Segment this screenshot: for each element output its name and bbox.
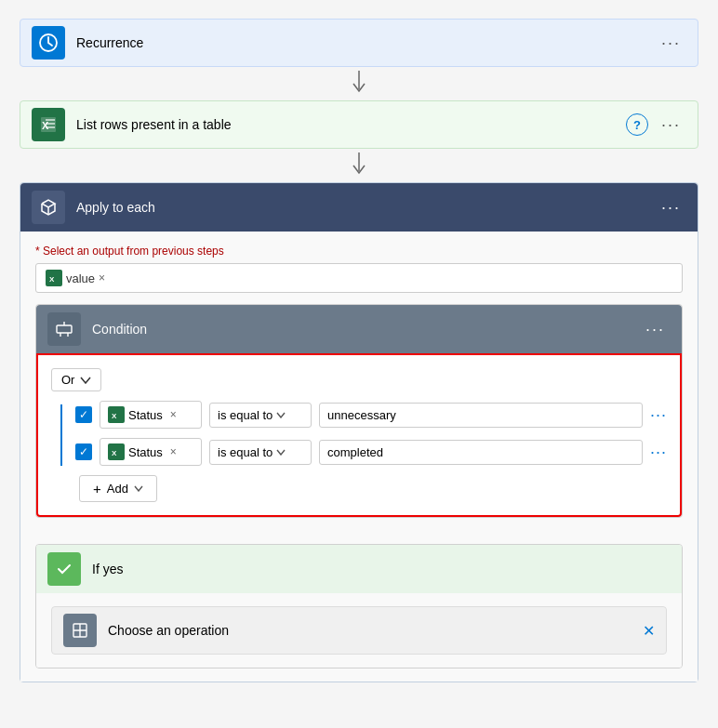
arrow-1 xyxy=(348,67,370,100)
choose-op-card: Choose an operation ✕ xyxy=(51,606,667,655)
apply-each-icon xyxy=(32,191,65,224)
operator-label-2: is equal to xyxy=(218,445,273,459)
value-tag: X value × xyxy=(46,270,105,286)
operator-select-1[interactable]: is equal to xyxy=(209,403,312,428)
svg-text:X: X xyxy=(49,275,55,284)
choose-op-label: Choose an operation xyxy=(108,623,643,638)
row1-more[interactable]: ··· xyxy=(650,405,667,425)
blue-line xyxy=(60,404,62,466)
condition-row-2: X Status × is equal to xyxy=(75,438,667,466)
apply-each-block: Apply to each ··· * Select an output fro… xyxy=(20,182,698,682)
select-output-label: * Select an output from previous steps xyxy=(35,245,683,258)
condition-more-button[interactable]: ··· xyxy=(640,317,671,341)
condition-label: Condition xyxy=(92,322,640,337)
condition-rows: X Status × is equal to xyxy=(75,401,667,466)
condition-rows-wrapper: X Status × is equal to xyxy=(60,401,667,466)
condition-block: Condition ··· Or xyxy=(35,304,683,518)
if-yes-header: If yes xyxy=(36,545,682,593)
choose-op-icon xyxy=(63,614,97,647)
if-yes-label: If yes xyxy=(92,562,671,576)
value-field-2[interactable]: completed xyxy=(319,440,643,465)
row2-more[interactable]: ··· xyxy=(650,443,667,462)
value-tag-text: value xyxy=(66,271,95,285)
add-label: Add xyxy=(107,482,128,496)
value-input[interactable]: X value × xyxy=(35,263,683,293)
field-name-1: Status xyxy=(128,408,163,422)
recurrence-label: Recurrence xyxy=(76,35,656,50)
list-rows-more-button[interactable]: ··· xyxy=(656,113,686,137)
if-yes-wrapper: If yes Choose an operation xyxy=(35,522,683,668)
svg-rect-10 xyxy=(57,325,72,333)
if-yes-body: Choose an operation ✕ xyxy=(36,593,682,668)
svg-text:X: X xyxy=(112,412,117,420)
field-excel-icon-1: X xyxy=(108,406,125,423)
remove-field-1[interactable]: × xyxy=(170,408,177,421)
or-label: Or xyxy=(61,373,74,387)
if-yes-icon xyxy=(47,552,81,586)
if-yes-block: If yes Choose an operation xyxy=(35,544,683,668)
help-icon[interactable]: ? xyxy=(626,113,648,136)
field-excel-icon-2: X xyxy=(108,443,125,460)
recurrence-icon xyxy=(32,26,65,60)
condition-icon xyxy=(47,312,81,346)
tag-excel-icon: X xyxy=(46,270,62,286)
or-dropdown[interactable]: Or xyxy=(51,368,101,391)
operator-select-2[interactable]: is equal to xyxy=(209,440,312,465)
value-field-1[interactable]: unnecessary xyxy=(319,403,643,428)
list-rows-step: X List rows present in a table ? ··· xyxy=(20,100,698,149)
apply-each-header: Apply to each ··· xyxy=(20,183,698,232)
svg-text:X: X xyxy=(112,449,117,457)
condition-body: Or xyxy=(36,353,682,517)
svg-text:X: X xyxy=(42,120,49,131)
arrow-2 xyxy=(348,149,370,182)
remove-field-2[interactable]: × xyxy=(170,445,177,458)
condition-header: Condition ··· xyxy=(36,305,682,353)
list-rows-label: List rows present in a table xyxy=(76,117,626,132)
field-pill-1[interactable]: X Status × xyxy=(100,401,202,429)
apply-each-label: Apply to each xyxy=(76,200,656,215)
add-button[interactable]: + Add xyxy=(79,475,157,502)
recurrence-step: Recurrence ··· xyxy=(20,19,698,67)
condition-row-1: X Status × is equal to xyxy=(75,401,667,429)
arrow-3 xyxy=(35,522,683,540)
choose-op-close[interactable]: ✕ xyxy=(643,622,655,640)
flow-container: Recurrence ··· X List rows present in a … xyxy=(20,19,698,682)
apply-each-body: * Select an output from previous steps X… xyxy=(20,232,698,682)
blue-vertical-line xyxy=(60,404,62,466)
remove-value-tag[interactable]: × xyxy=(99,271,105,285)
field-name-2: Status xyxy=(128,445,163,459)
add-plus: + xyxy=(93,481,101,496)
apply-each-more-button[interactable]: ··· xyxy=(656,195,686,219)
excel-list-icon: X xyxy=(32,108,65,141)
recurrence-more-button[interactable]: ··· xyxy=(656,31,686,55)
field-pill-2[interactable]: X Status × xyxy=(100,438,202,466)
checkbox-2[interactable] xyxy=(75,443,92,460)
checkbox-1[interactable] xyxy=(75,406,92,423)
operator-label-1: is equal to xyxy=(218,408,273,422)
